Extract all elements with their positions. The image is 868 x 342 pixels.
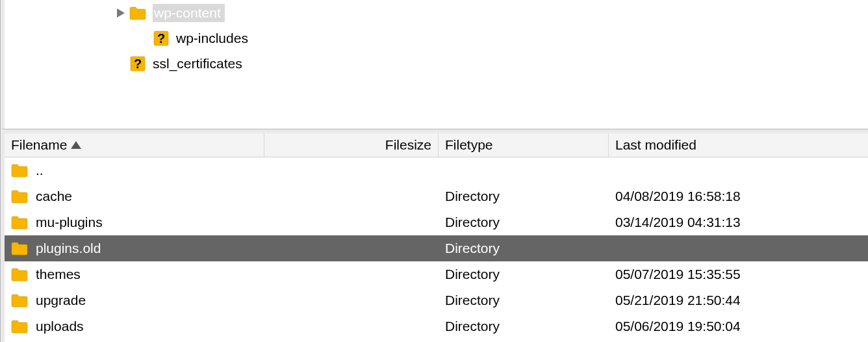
cell-filename: .. xyxy=(5,157,264,183)
cell-modified: 04/08/2019 16:58:18 xyxy=(609,183,868,209)
table-row[interactable]: uploadsDirectory05/06/2019 19:50:04 xyxy=(5,313,868,339)
cell-filename: mu-plugins xyxy=(5,209,264,235)
tree-item-label: wp-includes xyxy=(176,31,248,46)
tree-item-label: ssl_certificates xyxy=(153,56,242,72)
filename-label: cache xyxy=(36,189,72,204)
filename-label: themes xyxy=(36,267,81,282)
sort-ascending-icon xyxy=(71,141,81,149)
svg-text:?: ? xyxy=(157,31,165,46)
cell-filetype: Directory xyxy=(439,313,609,339)
cell-filetype: Directory xyxy=(439,235,609,261)
unknown-folder-icon: ? xyxy=(129,57,146,71)
table-row[interactable]: themesDirectory05/07/2019 15:35:55 xyxy=(5,261,868,287)
table-row[interactable]: .. xyxy=(5,157,868,183)
cell-filesize xyxy=(264,287,439,313)
cell-filename: themes xyxy=(5,261,264,287)
svg-text:?: ? xyxy=(134,57,142,71)
folder-icon xyxy=(11,267,28,282)
column-header-filetype-label: Filetype xyxy=(445,137,493,153)
column-header-row: Filename Filesize Filetype Last modified xyxy=(5,133,868,157)
filename-label: plugins.old xyxy=(36,241,101,256)
cell-filesize xyxy=(264,183,439,209)
cell-modified xyxy=(609,235,868,261)
folder-icon xyxy=(11,319,28,334)
column-header-filetype[interactable]: Filetype xyxy=(439,133,609,157)
filename-label: uploads xyxy=(36,319,84,334)
cell-filesize xyxy=(264,313,439,339)
cell-filetype: Directory xyxy=(439,287,609,313)
tree-item[interactable]: ?ssl_certificates xyxy=(5,51,868,76)
table-row[interactable]: cacheDirectory04/08/2019 16:58:18 xyxy=(5,183,868,209)
folder-icon xyxy=(11,241,28,256)
folder-tree-pane: wp-content?wp-includes?ssl_certificates xyxy=(1,0,868,129)
cell-filesize xyxy=(264,157,439,183)
cell-filename: plugins.old xyxy=(5,235,264,261)
folder-icon xyxy=(129,6,146,20)
filename-label: upgrade xyxy=(36,293,86,308)
cell-modified: 05/06/2019 19:50:04 xyxy=(609,313,868,339)
folder-tree: wp-content?wp-includes?ssl_certificates xyxy=(5,0,868,76)
column-header-filesize-label: Filesize xyxy=(385,137,431,153)
folder-icon xyxy=(11,293,28,308)
column-header-modified[interactable]: Last modified xyxy=(609,133,868,157)
unknown-folder-icon: ? xyxy=(153,31,170,46)
disclosure-triangle-icon xyxy=(138,33,150,44)
file-list: ..cacheDirectory04/08/2019 16:58:18mu-pl… xyxy=(5,157,868,342)
file-manager: wp-content?wp-includes?ssl_certificates … xyxy=(0,0,868,342)
column-header-modified-label: Last modified xyxy=(615,137,696,153)
folder-icon xyxy=(11,215,28,230)
table-row[interactable]: plugins.oldDirectory xyxy=(5,235,868,261)
filename-label: .. xyxy=(36,163,44,178)
cell-filetype: Directory xyxy=(439,261,609,287)
folder-icon xyxy=(11,189,28,204)
cell-modified: 05/07/2019 15:35:55 xyxy=(609,261,868,287)
folder-icon xyxy=(11,163,28,178)
cell-filetype: Directory xyxy=(439,183,609,209)
cell-modified xyxy=(609,157,868,183)
cell-filename: cache xyxy=(5,183,264,209)
cell-filesize xyxy=(264,209,439,235)
tree-item[interactable]: ?wp-includes xyxy=(5,25,868,51)
table-row[interactable]: mu-pluginsDirectory03/14/2019 04:31:13 xyxy=(5,209,868,235)
cell-filetype: Directory xyxy=(439,209,609,235)
tree-item-label: wp-content xyxy=(153,4,225,22)
column-header-filesize[interactable]: Filesize xyxy=(264,133,439,157)
cell-filename: uploads xyxy=(5,313,264,339)
cell-modified: 05/21/2019 21:50:44 xyxy=(609,287,868,313)
column-header-filename-label: Filename xyxy=(11,137,67,153)
tree-item[interactable]: wp-content xyxy=(5,0,868,25)
cell-filesize xyxy=(264,235,439,261)
cell-filename: upgrade xyxy=(5,287,264,313)
disclosure-triangle-icon xyxy=(115,58,127,70)
cell-modified: 03/14/2019 04:31:13 xyxy=(609,209,868,235)
file-list-pane: Filename Filesize Filetype Last modified… xyxy=(1,129,868,342)
column-header-filename[interactable]: Filename xyxy=(5,133,264,157)
cell-filetype xyxy=(439,157,609,183)
table-row[interactable]: upgradeDirectory05/21/2019 21:50:44 xyxy=(5,287,868,313)
filename-label: mu-plugins xyxy=(36,215,103,230)
cell-filesize xyxy=(264,261,439,287)
disclosure-triangle-icon[interactable] xyxy=(115,7,127,19)
